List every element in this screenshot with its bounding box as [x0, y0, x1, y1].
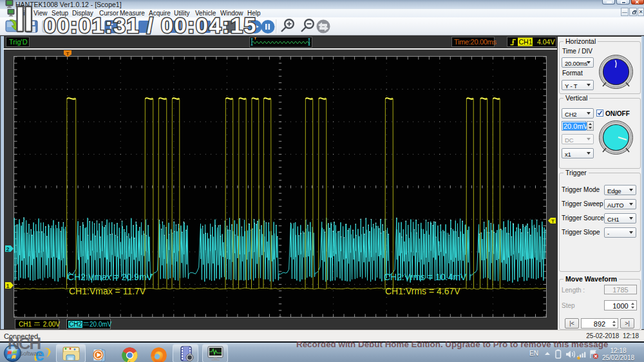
svg-text:CH1:Vrms = 4.67V: CH1:Vrms = 4.67V	[385, 286, 460, 296]
svg-text:T: T	[66, 51, 70, 57]
svg-text:1: 1	[6, 283, 9, 289]
svg-text:00:01:31 / 00:04:15: 00:01:31 / 00:04:15	[44, 13, 257, 37]
svg-text:CH1:Vmax = 11.7V: CH1:Vmax = 11.7V	[69, 286, 146, 296]
svg-text:CH2:Vmax = 20.9mV: CH2:Vmax = 20.9mV	[68, 272, 153, 282]
svg-text:CH1: CH1	[519, 38, 533, 46]
svg-text:CH2:Vrms = 10.4mV: CH2:Vrms = 10.4mV	[384, 272, 467, 282]
svg-text:4.04V: 4.04V	[537, 38, 554, 46]
svg-text:T: T	[551, 218, 554, 224]
svg-text:2: 2	[6, 246, 9, 252]
